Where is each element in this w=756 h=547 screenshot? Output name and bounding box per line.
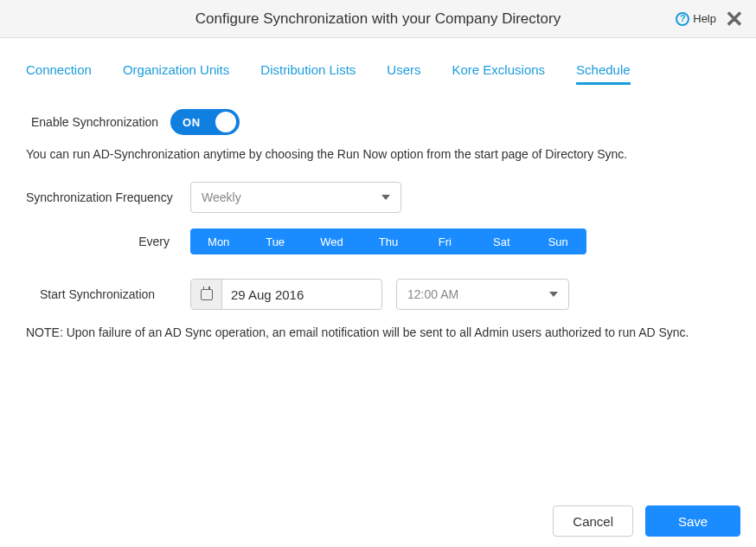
start-date-value: 29 Aug 2016 [222, 280, 381, 309]
tab-kore-exclusions[interactable]: Kore Exclusions [452, 62, 546, 85]
calendar-icon-box [191, 280, 222, 309]
day-sun[interactable]: Sun [530, 228, 586, 254]
cancel-button[interactable]: Cancel [553, 505, 633, 537]
enable-sync-toggle[interactable]: ON [170, 109, 240, 135]
start-sync-label: Start Synchronization [26, 287, 190, 301]
help-icon: ? [676, 12, 689, 26]
tab-connection[interactable]: Connection [26, 62, 92, 85]
day-tue[interactable]: Tue [247, 228, 303, 254]
tab-bar: Connection Organization Units Distributi… [26, 38, 730, 93]
toggle-state-label: ON [183, 116, 201, 129]
calendar-icon [201, 289, 213, 300]
dialog-footer: Cancel Save [0, 495, 756, 547]
schedule-panel: Enable Synchronization ON You can run AD… [26, 93, 730, 339]
day-thu[interactable]: Thu [360, 228, 416, 254]
chevron-down-icon [549, 292, 558, 297]
days-of-week-group: Mon Tue Wed Thu Fri Sat Sun [190, 228, 586, 254]
start-time-value: 12:00 AM [407, 287, 458, 301]
day-fri[interactable]: Fri [417, 228, 473, 254]
dialog-title: Configure Synchronization with your Comp… [195, 10, 561, 28]
day-sat[interactable]: Sat [473, 228, 529, 254]
header-actions: ? Help ✕ [676, 8, 744, 30]
sync-note: NOTE: Upon failure of an AD Sync operati… [26, 325, 730, 339]
start-sync-row: Start Synchronization 29 Aug 2016 12:00 … [26, 279, 730, 310]
enable-sync-label: Enable Synchronization [31, 115, 158, 129]
help-link[interactable]: ? Help [676, 12, 716, 26]
toggle-knob [215, 112, 236, 132]
tab-distribution-lists[interactable]: Distribution Lists [260, 62, 356, 85]
save-button[interactable]: Save [645, 505, 740, 537]
close-icon[interactable]: ✕ [725, 8, 744, 30]
tab-schedule[interactable]: Schedule [576, 62, 631, 85]
start-date-input[interactable]: 29 Aug 2016 [190, 279, 382, 310]
dialog-header: Configure Synchronization with your Comp… [0, 0, 756, 38]
start-controls: 29 Aug 2016 12:00 AM [190, 279, 569, 310]
sync-description: You can run AD-Synchronization anytime b… [26, 147, 730, 161]
tab-users[interactable]: Users [387, 62, 420, 85]
scroll-area[interactable]: Connection Organization Units Distributi… [0, 38, 756, 495]
every-label: Every [26, 235, 190, 248]
chevron-down-icon [381, 195, 390, 200]
day-mon[interactable]: Mon [190, 228, 247, 254]
start-time-select[interactable]: 12:00 AM [396, 279, 569, 310]
every-row: Every Mon Tue Wed Thu Fri Sat Sun [26, 228, 730, 254]
frequency-row: Synchronization Frequency Weekly [26, 182, 730, 213]
help-label: Help [693, 12, 716, 25]
enable-sync-row: Enable Synchronization ON [31, 109, 730, 135]
frequency-value: Weekly [202, 190, 241, 204]
dialog-body: Connection Organization Units Distributi… [0, 38, 756, 547]
tab-organization-units[interactable]: Organization Units [123, 62, 229, 85]
frequency-label: Synchronization Frequency [26, 190, 190, 204]
day-wed[interactable]: Wed [304, 228, 360, 254]
frequency-select[interactable]: Weekly [190, 182, 401, 213]
